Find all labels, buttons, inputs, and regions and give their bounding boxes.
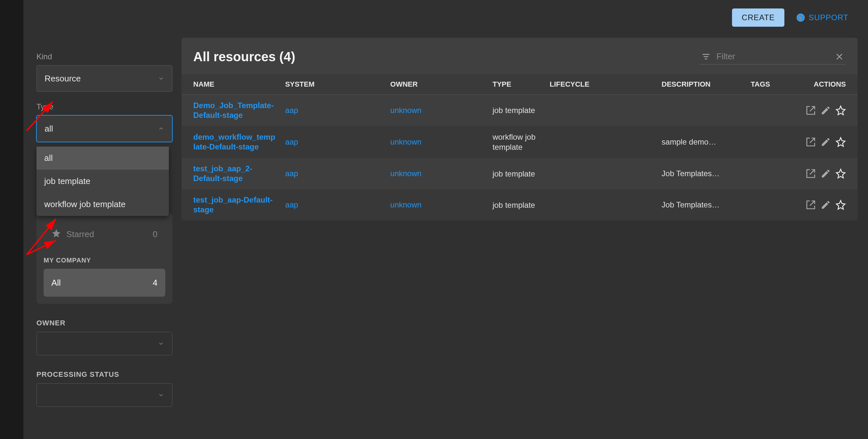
star-icon[interactable] [835,137,846,147]
row-actions [797,126,858,158]
chevron-down-icon [158,392,164,398]
row-lifecycle [545,126,657,158]
row-tags [746,189,796,221]
row-tags [746,126,796,158]
row-description: Job Templates… [657,158,746,189]
type-option-all[interactable]: all [36,147,169,170]
row-description: sample demo… [657,126,746,158]
row-tags [746,158,796,189]
col-name[interactable]: NAME [182,74,280,95]
chevron-down-icon [158,340,164,347]
type-select[interactable]: all [36,115,173,142]
type-label: Type [36,102,173,111]
chevron-down-icon [158,75,164,82]
processing-status-label: PROCESSING STATUS [36,370,173,379]
row-system-link[interactable]: aap [285,106,298,115]
row-lifecycle [545,189,657,221]
row-type: workflow job template [488,126,545,158]
star-icon[interactable] [835,200,846,210]
row-actions [797,95,858,126]
row-tags [746,95,796,126]
svg-text:?: ? [799,14,803,21]
col-owner[interactable]: OWNER [386,74,488,95]
row-system-link[interactable]: aap [285,138,298,146]
support-label: SUPPORT [808,13,848,22]
row-actions [797,158,858,189]
col-actions: ACTIONS [797,74,858,95]
table-row: Demo_Job_Template-Default-stageaapunknow… [182,95,858,126]
row-description [657,95,746,126]
row-name-link[interactable]: test_job_aap-Default-stage [193,196,273,214]
row-type: job template [488,158,545,189]
col-system[interactable]: SYSTEM [280,74,385,95]
kind-select[interactable]: Resource [36,65,173,92]
edit-icon[interactable] [820,105,831,116]
type-option-job-template[interactable]: job template [36,170,169,193]
row-name-link[interactable]: demo_workflow_template-Default-stage [193,133,275,151]
kind-select-value: Resource [44,74,81,84]
col-type[interactable]: TYPE [488,74,545,95]
type-option-workflow-job-template[interactable]: workflow job template [36,193,169,216]
type-dropdown: all job template workflow job template [36,147,169,216]
page-title: All resources (4) [193,50,295,64]
row-lifecycle [545,158,657,189]
sidebar: Kind Resource Type all all job temp [36,35,173,439]
row-type: job template [488,189,545,221]
col-lifecycle[interactable]: LIFECYCLE [545,74,657,95]
clear-filter-icon[interactable] [835,52,844,61]
filter-icon [702,52,711,61]
star-icon[interactable] [835,105,846,116]
row-system-link[interactable]: aap [285,200,298,209]
left-rail [0,0,24,439]
starred-label: Starred [66,229,94,239]
open-icon[interactable] [806,105,816,116]
star-icon [52,228,61,240]
owner-label: OWNER [36,319,173,327]
star-icon[interactable] [835,168,846,179]
row-name-link[interactable]: test_job_aap_2-Default-stage [193,164,252,183]
row-lifecycle [545,95,657,126]
type-select-value: all [44,124,53,134]
row-owner-link[interactable]: unknown [391,138,422,146]
processing-status-select[interactable] [36,383,173,407]
open-icon[interactable] [806,168,816,179]
my-company-all-label: All [52,278,61,288]
my-company-header: MY COMPANY [43,257,165,264]
edit-icon[interactable] [820,168,831,179]
create-button[interactable]: CREATE [732,8,785,27]
owner-select[interactable] [36,332,173,355]
row-type: job template [488,95,545,126]
support-link[interactable]: ? SUPPORT [796,13,848,22]
row-description: Job Templates… [657,189,746,221]
table-row: test_job_aap-Default-stageaapunknownjob … [182,189,858,221]
col-description[interactable]: DESCRIPTION [657,74,746,95]
help-icon: ? [796,13,805,22]
row-owner-link[interactable]: unknown [391,200,422,209]
col-tags[interactable]: TAGS [746,74,796,95]
row-system-link[interactable]: aap [285,169,298,178]
row-owner-link[interactable]: unknown [391,106,422,115]
filter-input[interactable] [716,52,829,62]
table-row: test_job_aap_2-Default-stageaapunknownjo… [182,158,858,189]
open-icon[interactable] [806,200,816,210]
my-company-all[interactable]: All 4 [43,269,165,297]
kind-label: Kind [36,52,173,61]
personal-card: Starred 0 MY COMPANY All 4 [36,213,173,304]
top-bar: CREATE ? SUPPORT [24,0,868,35]
resource-table: NAME SYSTEM OWNER TYPE LIFECYCLE DESCRIP… [182,74,858,221]
filter-input-wrap [700,49,846,64]
table-row: demo_workflow_template-Default-stageaapu… [182,126,858,158]
chevron-up-icon [158,125,164,132]
open-icon[interactable] [806,137,816,147]
starred-filter[interactable]: Starred 0 [43,220,165,248]
row-owner-link[interactable]: unknown [391,169,422,178]
my-company-all-count: 4 [153,278,157,288]
row-actions [797,189,858,221]
content-panel: All resources (4) NAME [182,38,858,221]
edit-icon[interactable] [820,200,831,210]
row-name-link[interactable]: Demo_Job_Template-Default-stage [193,101,274,119]
edit-icon[interactable] [820,137,831,147]
starred-count: 0 [153,229,157,239]
